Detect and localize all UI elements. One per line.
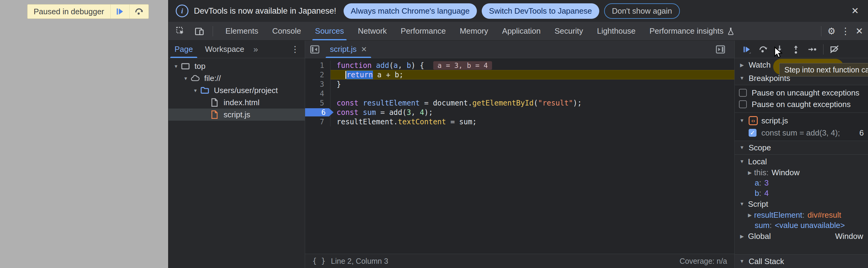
checkbox-unchecked[interactable]: [739, 89, 747, 97]
infobar-action-button[interactable]: Always match Chrome's language: [344, 3, 477, 19]
tree-item-users-user-project[interactable]: ▼Users/user/project: [168, 84, 305, 96]
code-line-7[interactable]: 7resultElement.textContent = sum;: [305, 117, 734, 126]
tree-item-top[interactable]: ▼top: [168, 60, 305, 72]
code-line-text: const resultElement = document.getElemen…: [331, 98, 734, 108]
file-js-icon: [209, 110, 220, 119]
token: );: [424, 108, 433, 117]
hide-debugger-sidebar-button[interactable]: [711, 44, 730, 55]
editor-tab-scriptjs[interactable]: script.js ✕: [324, 41, 372, 58]
line-number-7[interactable]: 7: [305, 117, 331, 126]
code-line-5[interactable]: 5const resultElement = document.getEleme…: [305, 98, 734, 108]
editor-tab-close-icon[interactable]: ✕: [361, 45, 367, 54]
tab-console[interactable]: Console: [265, 22, 308, 40]
breakpoint-entry[interactable]: ✓const sum = add(3, 4);6: [735, 127, 868, 139]
step-button[interactable]: [804, 43, 820, 56]
checkbox-unchecked[interactable]: [739, 100, 747, 108]
colon: :: [770, 221, 772, 230]
scope-variable-sum[interactable]: sum:<value unavailable>: [735, 220, 868, 230]
token: resultElement.: [337, 118, 398, 126]
line-number-4[interactable]: 4: [305, 89, 331, 98]
chevron-down-icon[interactable]: ▼: [182, 76, 190, 81]
navigator-tab-page[interactable]: Page: [168, 41, 199, 58]
main-toolbar: ElementsConsoleSourcesNetworkPerformance…: [168, 22, 868, 41]
editor-status-bar: { } Line 2, Column 3 Coverage: n/a: [305, 254, 734, 268]
line-number-1[interactable]: 1: [305, 61, 331, 70]
scope-variable-resultElement[interactable]: ▶resultElement:div#result: [735, 210, 868, 220]
tab-elements[interactable]: Elements: [218, 22, 265, 40]
breakpoint-marker[interactable]: 6: [305, 108, 334, 116]
step-out-button[interactable]: [788, 43, 804, 56]
frame-icon: [180, 61, 191, 71]
code-editor[interactable]: 1function add(a, b) {a = 3, b = 42 retur…: [305, 58, 734, 254]
tab-performance[interactable]: Performance: [394, 22, 453, 40]
infobar-action-button[interactable]: Switch DevTools to Japanese: [482, 3, 599, 19]
line-number-5[interactable]: 5: [305, 98, 331, 108]
kebab-menu-button[interactable]: ⋮: [839, 25, 852, 38]
tab-sources[interactable]: Sources: [308, 22, 351, 40]
scope-section-header[interactable]: ▼ Scope: [735, 141, 868, 154]
call-stack-section-header[interactable]: ▼ Call Stack: [735, 255, 868, 268]
hide-navigator-button[interactable]: [305, 44, 324, 55]
code-line-4[interactable]: 4: [305, 89, 734, 98]
token: function: [337, 61, 372, 70]
navigator-tab-workspace[interactable]: Workspace: [199, 41, 251, 58]
tab-memory[interactable]: Memory: [453, 22, 495, 40]
checkbox-row-pause-on-uncaught-exceptions[interactable]: Pause on uncaught exceptions: [735, 87, 868, 98]
code-line-2[interactable]: 2 return a + b;: [305, 70, 734, 80]
line-number-3[interactable]: 3: [305, 80, 331, 89]
deactivate-breakpoints-button[interactable]: [827, 43, 842, 56]
resume-icon: [116, 7, 125, 16]
tab-lighthouse[interactable]: Lighthouse: [590, 22, 642, 40]
tab-security[interactable]: Security: [548, 22, 590, 40]
step-into-icon: [775, 44, 784, 54]
navigator-kebab-button[interactable]: ⋮: [285, 44, 305, 54]
tree-item-index-html[interactable]: index.html: [168, 96, 305, 109]
navigator-overflow-button[interactable]: »: [250, 44, 261, 54]
info-icon: i: [176, 4, 188, 17]
scope-variable-a[interactable]: a:3: [735, 178, 868, 188]
tree-item-script-js[interactable]: script.js: [168, 109, 305, 121]
chevron-down-icon[interactable]: ▼: [191, 88, 199, 93]
tab-performance-insights[interactable]: Performance insights: [643, 22, 742, 40]
pretty-print-button[interactable]: { }: [312, 257, 326, 265]
toolbar-separator: [213, 26, 213, 36]
call-stack-label: Call Stack: [749, 257, 784, 266]
devtools-close-button[interactable]: ✕: [854, 25, 865, 38]
infobar-actions: Always match Chrome's languageSwitch Dev…: [344, 3, 680, 19]
tab-label: Elements: [225, 26, 258, 36]
breakpoint-file-group[interactable]: ▼ ‹› script.js: [735, 113, 868, 127]
token: getElementById: [472, 99, 533, 107]
variable-name: sum: [755, 221, 770, 230]
code-line-6[interactable]: 6const sum = add(3, 4);: [305, 108, 734, 117]
line-number-2[interactable]: 2: [305, 70, 331, 80]
code-line-3[interactable]: 3}: [305, 80, 734, 89]
line-number-6[interactable]: 6: [305, 108, 331, 117]
token: 3: [407, 108, 411, 117]
resume-button[interactable]: [739, 43, 755, 56]
token: resultElement: [363, 99, 420, 107]
code-line-text: [331, 89, 734, 98]
scope-section-script[interactable]: ▼Script: [735, 198, 868, 210]
step-into-button[interactable]: [772, 43, 787, 56]
settings-gear-button[interactable]: ⚙: [826, 25, 837, 38]
infobar-action-button[interactable]: Don't show again: [604, 3, 680, 19]
tab-label: Performance insights: [650, 26, 723, 36]
step-over-button[interactable]: [755, 43, 771, 56]
scope-section-global[interactable]: ▶GlobalWindow: [735, 230, 868, 242]
tab-network[interactable]: Network: [351, 22, 394, 40]
inspect-element-button[interactable]: [173, 25, 188, 38]
scope-variable-b[interactable]: b:4: [735, 188, 868, 198]
scope-label: Scope: [749, 143, 771, 152]
checkbox-row-pause-on-caught-exceptions[interactable]: Pause on caught exceptions: [735, 98, 868, 110]
tab-application[interactable]: Application: [495, 22, 548, 40]
scope-section-local[interactable]: ▼Local: [735, 156, 868, 167]
device-toolbar-button[interactable]: [191, 25, 207, 38]
tree-item-file-[interactable]: ▼file://: [168, 72, 305, 84]
chevron-down-icon[interactable]: ▼: [172, 64, 180, 69]
resume-script-button[interactable]: [110, 4, 129, 19]
scope-variable-this[interactable]: ▶this:Window: [735, 167, 868, 178]
infobar-close-button[interactable]: ✕: [849, 4, 861, 17]
code-line-1[interactable]: 1function add(a, b) {a = 3, b = 4: [305, 61, 734, 70]
step-over-button-overlay[interactable]: [129, 4, 149, 19]
checkbox-checked[interactable]: ✓: [749, 129, 756, 137]
